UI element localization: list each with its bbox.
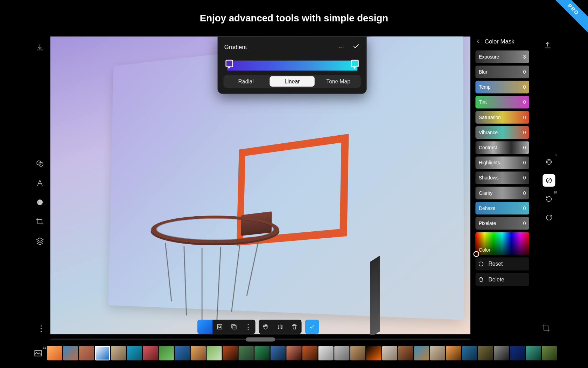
compare-button[interactable] — [542, 324, 550, 334]
thumbnail-item[interactable] — [414, 346, 429, 361]
color-mask-back-button[interactable]: Color Mask — [475, 38, 529, 45]
aspect-toggle-button[interactable] — [212, 320, 227, 334]
text-tool-icon[interactable] — [32, 175, 47, 190]
record-tool-icon[interactable]: 1 — [542, 156, 555, 168]
thumbnail-item[interactable] — [526, 346, 541, 361]
gradient-tab-tonemap[interactable]: Tone Map — [316, 75, 360, 88]
thumbnail-strip: 31 — [29, 345, 559, 362]
thumbnail-item[interactable] — [430, 346, 445, 361]
trash-button[interactable] — [287, 320, 302, 334]
svg-rect-8 — [217, 325, 222, 329]
apply-button[interactable] — [305, 320, 319, 334]
gradient-stop-right[interactable] — [351, 60, 359, 67]
copy-mask-button[interactable] — [227, 320, 241, 334]
slider-contrast[interactable]: Contrast 0 — [475, 141, 529, 154]
thumbnail-item[interactable] — [95, 346, 110, 361]
thumbnail-item[interactable] — [127, 346, 142, 361]
mirror-tool-button[interactable] — [273, 320, 287, 334]
timeline-scrubber-handle[interactable] — [246, 337, 275, 341]
gradient-stop-left[interactable] — [225, 60, 233, 67]
gradient-confirm-button[interactable] — [352, 42, 360, 51]
gradient-preview-chip[interactable] — [197, 320, 212, 334]
color-picker[interactable]: Color — [475, 232, 529, 255]
slider-contrast-label: Contrast — [479, 145, 497, 150]
thumbnail-item[interactable] — [254, 346, 270, 361]
more-menu-button[interactable]: ⋯ — [36, 325, 47, 333]
adjust-tool-icon[interactable] — [32, 156, 47, 171]
slider-highlights[interactable]: Highlights 0 — [475, 156, 529, 169]
undo-tool-icon[interactable] — [542, 211, 555, 224]
thumbnail-item[interactable] — [47, 346, 62, 361]
color-mask-panel: Color Mask Exposure 3 Blur 0 Temp 0 Tint… — [475, 38, 529, 288]
slider-highlights-label: Highlights — [479, 160, 500, 165]
history-badge-count: 10 — [554, 191, 557, 194]
slider-exposure-value: 3 — [523, 54, 526, 60]
gallery-button[interactable]: 31 — [29, 346, 47, 361]
thumbnail-item[interactable] — [510, 346, 525, 361]
download-button[interactable] — [32, 40, 47, 55]
svg-point-2 — [37, 199, 43, 205]
slider-tint[interactable]: Tint 0 — [475, 96, 529, 109]
timeline-scrubber[interactable] — [50, 339, 470, 340]
thumbnail-item[interactable] — [478, 346, 493, 361]
slider-temp[interactable]: Temp 0 — [475, 81, 529, 93]
gradient-tab-linear[interactable]: Linear — [270, 76, 314, 87]
thumbnail-item[interactable] — [446, 346, 461, 361]
slider-vibrance-value: 0 — [523, 130, 526, 136]
thumbnail-item[interactable] — [79, 346, 94, 361]
thumbnail-item[interactable] — [494, 346, 509, 361]
slider-shadows[interactable]: Shadows 0 — [475, 172, 529, 184]
thumbnail-item[interactable] — [143, 346, 158, 361]
crop-tool-icon[interactable] — [32, 214, 47, 229]
share-button[interactable] — [544, 41, 552, 52]
photo-pole — [370, 255, 380, 334]
gradient-tab-radial[interactable]: Radial — [223, 75, 268, 88]
svg-rect-11 — [233, 326, 236, 329]
mask-tool-icon[interactable] — [542, 174, 555, 187]
thumbnail-item[interactable] — [334, 346, 349, 361]
thumbnail-item[interactable] — [111, 346, 126, 361]
thumbnail-item[interactable] — [223, 346, 238, 361]
thumbnail-item[interactable] — [206, 346, 222, 361]
slider-dehaze[interactable]: Dehaze 0 — [475, 202, 529, 214]
thumbnail-item[interactable] — [271, 346, 286, 361]
thumbnail-item[interactable] — [398, 346, 413, 361]
thumbnail-item[interactable] — [239, 346, 254, 361]
slider-blur-value: 0 — [523, 69, 526, 75]
thumbnail-item[interactable] — [159, 346, 174, 361]
thumbnail-item[interactable] — [318, 346, 334, 361]
slider-clarity[interactable]: Clarity 0 — [475, 187, 529, 199]
layers-tool-icon[interactable] — [32, 233, 47, 248]
thumbnail-item[interactable] — [191, 346, 206, 361]
face-tool-icon[interactable] — [32, 195, 47, 210]
thumbnail-item[interactable] — [63, 346, 78, 361]
thumbnail-item[interactable] — [382, 346, 397, 361]
thumbnail-item[interactable] — [366, 346, 381, 361]
svg-rect-10 — [232, 325, 235, 328]
thumbnail-item[interactable] — [286, 346, 301, 361]
slider-vibrance-label: Vibrance — [479, 130, 498, 135]
history-tool-icon[interactable]: 10 — [542, 193, 555, 205]
gradient-more-button[interactable]: ⋯ — [338, 43, 344, 50]
thumbnail-item[interactable] — [462, 346, 477, 361]
slider-vibrance[interactable]: Vibrance 0 — [475, 126, 529, 139]
slider-temp-value: 0 — [523, 84, 526, 90]
thumbnail-item[interactable] — [175, 346, 190, 361]
svg-rect-9 — [219, 326, 220, 328]
thumbnail-item[interactable] — [350, 346, 365, 361]
slider-exposure[interactable]: Exposure 3 — [475, 50, 529, 63]
thumbnail-item[interactable] — [302, 346, 317, 361]
reset-button[interactable]: Reset — [475, 257, 529, 270]
slider-blur[interactable]: Blur 0 — [475, 66, 529, 78]
slider-highlights-value: 0 — [523, 160, 526, 166]
toolbar-more-button[interactable]: ⋮ — [241, 320, 255, 334]
slider-saturation[interactable]: Saturation 0 — [475, 111, 529, 124]
pan-tool-button[interactable] — [259, 320, 273, 334]
color-picker-handle[interactable] — [473, 251, 479, 257]
delete-button[interactable]: Delete — [475, 273, 529, 286]
gradient-bar[interactable] — [227, 61, 357, 71]
slider-pixelate[interactable]: Pixelate 0 — [475, 217, 529, 230]
slider-pixelate-label: Pixelate — [479, 221, 496, 226]
thumbnail-item[interactable] — [542, 346, 557, 361]
svg-point-5 — [546, 159, 551, 164]
